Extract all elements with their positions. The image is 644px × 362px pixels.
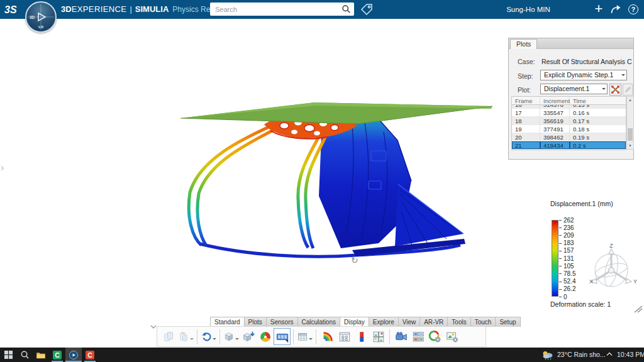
video-capture-icon <box>394 330 408 344</box>
paste-button[interactable] <box>177 328 194 345</box>
user-name[interactable]: Sung-Ho MIN <box>502 0 555 19</box>
image-grid-button[interactable] <box>370 328 387 345</box>
color-sphere-button[interactable] <box>257 328 274 345</box>
edit-plot-button[interactable] <box>623 84 633 96</box>
plots-panel-header: Plots <box>509 38 633 49</box>
table-row-frame-18[interactable]: 183565190.17 s <box>512 117 626 125</box>
3ds-logo[interactable]: 3S <box>4 2 23 17</box>
app-3dexperience-icon <box>69 350 79 360</box>
compass-vr-label: V.R <box>38 25 44 29</box>
weather-icon[interactable] <box>541 349 555 360</box>
image-settings-button[interactable] <box>443 328 460 345</box>
weather-widget[interactable]: 23°C Rain sho... <box>557 351 606 358</box>
color-sphere-icon <box>258 330 272 344</box>
3d-compass[interactable]: 3D V.R <box>25 1 57 33</box>
cell-frame: 16 <box>512 105 540 108</box>
dropdown-caret-icon[interactable] <box>213 338 216 342</box>
render-settings-button[interactable] <box>426 328 443 345</box>
clock[interactable]: 10:43 PM <box>617 351 644 358</box>
add-content-button[interactable]: + <box>591 0 606 19</box>
action-bar-tabs: StandardPlotsSensorsCalculationsDisplayE… <box>210 317 520 327</box>
rotate-cursor-icon: ↻ <box>351 255 358 265</box>
legend-tick-label: 131 <box>564 256 574 261</box>
axis-triad[interactable]: Z X Y <box>588 243 641 296</box>
tag-icon[interactable] <box>360 3 374 16</box>
table-row-frame-17[interactable]: 173355470.16 s <box>512 109 626 117</box>
video-capture-button[interactable] <box>392 328 409 345</box>
col-time[interactable]: Time <box>570 97 626 104</box>
contour-plot-button[interactable] <box>319 328 336 345</box>
cell-increment: 314376 <box>540 105 570 108</box>
table-row-frame-21[interactable]: 214194340.2 s <box>512 141 626 150</box>
table-row-frame-19[interactable]: 193774910.18 s <box>512 125 626 133</box>
legend-tick-label: 209 <box>564 233 574 238</box>
help-button[interactable]: ? <box>628 4 638 14</box>
dropdown-caret-icon[interactable] <box>190 338 194 342</box>
cell-time: 0.16 s <box>570 109 626 116</box>
tab-standard[interactable]: Standard <box>210 317 245 327</box>
svg-text:C: C <box>87 351 92 359</box>
isometric-view-button[interactable] <box>223 328 240 345</box>
cell-time: 0.17 s <box>570 117 626 124</box>
taskbar-file-explorer[interactable] <box>33 348 49 362</box>
taskbar-app-red-c[interactable]: C <box>82 348 98 362</box>
tab-setup[interactable]: Setup <box>495 317 520 327</box>
share-icon[interactable] <box>609 3 622 16</box>
search-icon[interactable] <box>341 4 351 14</box>
copy-button[interactable] <box>160 328 177 345</box>
step-select[interactable]: Explicit Dynamic Step.1 <box>540 70 627 80</box>
animation-frames-button[interactable] <box>274 328 291 345</box>
scrollbar-thumb[interactable] <box>628 128 633 141</box>
legend-tick-mark <box>559 273 562 274</box>
legend-tick-mark <box>559 235 562 236</box>
tab-tools[interactable]: Tools <box>447 317 470 327</box>
tab-display[interactable]: Display <box>340 317 369 327</box>
multi-view-button[interactable] <box>409 328 426 345</box>
tray-expand-chevron[interactable] <box>606 352 613 356</box>
taskbar-app-3dexperience[interactable] <box>65 348 82 362</box>
col-increment[interactable]: Increment <box>540 97 570 104</box>
dropdown-caret-icon[interactable] <box>309 338 313 342</box>
app-title: 3DEXPERIENCE|SIMULIAPhysics Results <box>61 0 226 19</box>
undo-button[interactable] <box>200 328 217 345</box>
app-red-c-icon: C <box>85 350 95 360</box>
import-model-button[interactable] <box>240 328 257 345</box>
case-label: Case: <box>518 58 535 65</box>
start-icon <box>4 350 13 359</box>
top-bar: 3S 3DEXPERIENCE|SIMULIAPhysics Results S… <box>0 0 644 19</box>
dropdown-caret-icon[interactable] <box>235 338 239 342</box>
tab-plots-panel[interactable]: Plots <box>510 39 537 49</box>
scroll-down-icon[interactable]: ▼ <box>627 143 633 149</box>
tab-explore[interactable]: Explore <box>369 317 399 327</box>
legend-tick-label: 78.5 <box>564 271 575 277</box>
legend-tick-mark <box>559 282 562 282</box>
col-frame[interactable]: Frame <box>512 97 540 104</box>
tab-touch[interactable]: Touch <box>470 317 496 327</box>
legend-tick-label: 157 <box>564 248 574 253</box>
plot-options-icon <box>611 85 620 94</box>
plot-select[interactable]: Displacement.1 <box>540 84 608 94</box>
taskbar-app-green-c[interactable]: C <box>49 348 65 362</box>
case-value: Result Of Structural Analysis C... <box>541 58 632 65</box>
spectrum-button[interactable] <box>353 328 370 345</box>
tab-calculations[interactable]: Calculations <box>297 317 340 327</box>
scroll-up-icon[interactable]: ▲ <box>627 97 633 103</box>
plot-options-button[interactable] <box>609 84 621 96</box>
table-scrollbar[interactable]: ▲ ▼ <box>626 96 634 150</box>
search-box[interactable] <box>210 3 354 16</box>
left-panel-expander[interactable]: › <box>1 162 4 173</box>
list-view-button[interactable] <box>296 328 313 345</box>
tab-ar-vr[interactable]: AR-VR <box>419 317 448 327</box>
tab-view[interactable]: View <box>398 317 421 327</box>
search-input[interactable] <box>210 3 336 16</box>
tab-plots[interactable]: Plots <box>244 317 267 327</box>
legend-tick-label: 183 <box>564 240 574 246</box>
3d-model-viewport[interactable] <box>164 88 503 270</box>
cell-time: 0.19 s <box>570 133 626 141</box>
options-dialog-button[interactable] <box>336 328 353 345</box>
taskbar-search[interactable] <box>16 348 33 362</box>
table-row-frame-20[interactable]: 203984620.19 s <box>512 133 626 141</box>
taskbar-start[interactable] <box>0 348 16 362</box>
axis-x-label: X <box>589 278 593 285</box>
tab-sensors[interactable]: Sensors <box>266 317 298 327</box>
